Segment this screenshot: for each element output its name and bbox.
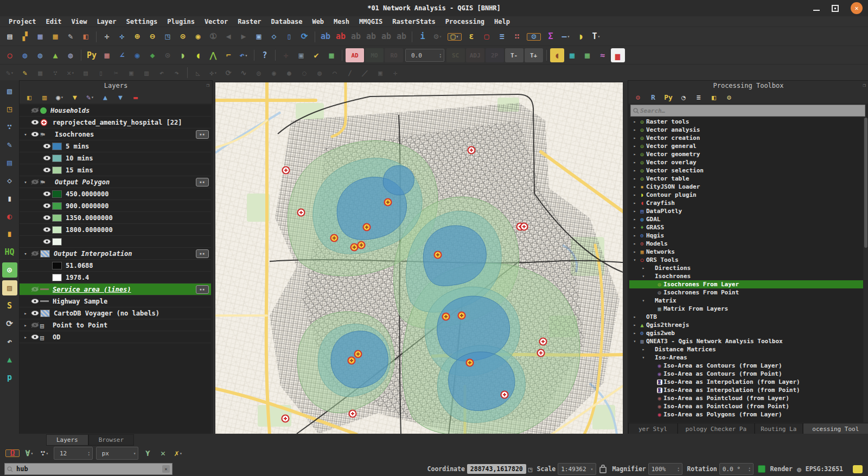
processing-item-gdal[interactable]: ▸◍GDAL: [629, 215, 863, 223]
tab-layers[interactable]: Layers: [46, 434, 88, 446]
leaf-plugin-button[interactable]: ◗: [176, 48, 190, 62]
delete-part-button[interactable]: ◍: [312, 66, 327, 80]
expander-icon[interactable]: ▸: [22, 335, 29, 340]
sum-line-length-button[interactable]: Σ: [544, 30, 558, 44]
history-button[interactable]: ◔: [676, 91, 691, 103]
current-edits-button[interactable]: ✎▾: [3, 66, 17, 80]
contour-plugin-button[interactable]: ◖: [191, 48, 205, 62]
processing-item-vector-geometry[interactable]: ▸◎Vector geometry: [629, 150, 863, 158]
expander-icon[interactable]: ▸: [631, 144, 638, 149]
expander-icon[interactable]: ▸: [631, 217, 638, 222]
trace-digitizing-button[interactable]: ✗▾: [171, 446, 185, 460]
eye-visible-icon[interactable]: [43, 167, 51, 173]
processing-item-matrix-from-layers[interactable]: ▦Matrix From Layers: [629, 305, 863, 313]
identify-features-button[interactable]: i: [416, 30, 430, 44]
processing-item-iso-area-as-interpolation-from-point[interactable]: ◙Iso-Area as Interpolation (from Point): [629, 386, 863, 394]
processing-item-crayfish[interactable]: ▸◖Crayfish: [629, 199, 863, 207]
vertex-tool-button[interactable]: ✕▾: [63, 66, 78, 80]
pan-to-selection-button[interactable]: ✜: [115, 30, 129, 44]
eye-visible-icon[interactable]: [43, 203, 51, 209]
messages-icon[interactable]: [853, 465, 863, 473]
processing-item-iso-area-as-contours-from-point[interactable]: ◉Iso-Area as Contours (from Point): [629, 370, 863, 378]
refresh-map-button[interactable]: ⟳: [297, 30, 311, 44]
eye-box[interactable]: [29, 107, 40, 113]
processing-item-vector-table[interactable]: ▸◎Vector table: [629, 175, 863, 183]
menu-settings[interactable]: Settings: [122, 17, 162, 26]
processing-item-directions[interactable]: ▸Directions: [629, 264, 863, 272]
data-source-manager-button[interactable]: ▧: [2, 83, 17, 99]
scale-combo[interactable]: 1:49362 ▾: [558, 463, 596, 475]
expander-icon[interactable]: ▾: [640, 355, 647, 360]
sld4raster-button[interactable]: ▦: [565, 48, 579, 62]
topological-editing-button[interactable]: ⋎: [141, 446, 155, 460]
eye-hidden-icon[interactable]: [31, 179, 39, 185]
profile-plot-button[interactable]: ≈: [596, 48, 610, 62]
magnifier-spin[interactable]: 100% ▴▾: [648, 463, 683, 475]
expander-icon[interactable]: ▸: [22, 323, 29, 328]
menu-mmqgis[interactable]: MMQGIS: [355, 17, 387, 26]
layer-item-900-0000000[interactable]: 900.0000000: [20, 200, 211, 212]
profile-tool-button[interactable]: ⋀: [206, 48, 220, 62]
expander-icon[interactable]: ▾: [22, 179, 29, 185]
paste-features-button[interactable]: ▥: [139, 66, 154, 80]
redo-button[interactable]: ↷: [170, 66, 184, 80]
processing-item-qgis2web[interactable]: ▸⚙qgis2web: [629, 329, 863, 337]
render-checkbox[interactable]: [758, 465, 765, 473]
processing-item-iso-area-as-interpolation-from-layer[interactable]: ◙Iso-Area as Interpolation (from Layer): [629, 378, 863, 386]
memory-layer-indicator-icon[interactable]: ▪▪: [196, 249, 209, 258]
text-smaller-button[interactable]: T-: [505, 48, 524, 62]
python-scripts-button[interactable]: Py: [661, 91, 675, 103]
eye-visible-icon[interactable]: [43, 191, 51, 197]
cad-ro-button[interactable]: RO: [385, 48, 403, 62]
fill-ring-button[interactable]: ●: [282, 66, 296, 80]
snapping-units-combo[interactable]: px▾: [96, 447, 139, 460]
dataplotly-button[interactable]: ▦: [100, 48, 114, 62]
filter-legend-button[interactable]: ▼: [68, 91, 82, 103]
snapping-type-button[interactable]: ∵▾: [37, 446, 52, 460]
layer-item-5-mins[interactable]: 5 mins: [20, 140, 211, 152]
eye-box[interactable]: [29, 298, 40, 304]
zoom-to-layer-button[interactable]: ⊙: [176, 30, 190, 44]
hqgis-plugin-button[interactable]: HQ: [2, 245, 17, 260]
expander-icon[interactable]: ▸: [631, 192, 638, 197]
r-scripts-button[interactable]: R: [646, 91, 660, 103]
eye-visible-icon[interactable]: [31, 131, 39, 137]
menu-help[interactable]: Help: [490, 17, 514, 26]
eye-visible-icon[interactable]: [31, 119, 39, 125]
layer-item-output-interpolation[interactable]: ▾Output Interpolation▪▪: [20, 248, 211, 260]
eye-box[interactable]: [29, 131, 40, 137]
menu-project[interactable]: Project: [4, 17, 41, 26]
menu-edit[interactable]: Edit: [42, 17, 66, 26]
save-layer-edits-button[interactable]: ▦: [33, 66, 47, 80]
extents-icon[interactable]: ◳: [528, 465, 533, 473]
menu-plugins[interactable]: Plugins: [163, 17, 199, 26]
p-circle-plugin-button[interactable]: p: [2, 370, 17, 385]
layer-item-highway-sample[interactable]: Highway Sample: [20, 295, 211, 307]
add-database-layer-button[interactable]: ▮: [2, 191, 17, 206]
spin-arrows-icon[interactable]: ▴▾: [749, 466, 751, 472]
append-features-button[interactable]: ▦: [580, 48, 595, 62]
expander-icon[interactable]: ▸: [631, 176, 638, 181]
edit-features-in-place-button[interactable]: ◧: [707, 91, 721, 103]
eye-box[interactable]: [29, 310, 40, 316]
qgis2threejs-button[interactable]: ▲: [48, 48, 62, 62]
osm-place-search-button[interactable]: ◍: [63, 48, 78, 62]
rotation-spin[interactable]: 0.0 ° ▴▾: [719, 463, 754, 475]
eye-visible-icon[interactable]: [43, 227, 51, 233]
processing-item-matrix[interactable]: ▾Matrix: [629, 297, 863, 305]
python-console-button[interactable]: Py: [85, 48, 99, 62]
eye-box[interactable]: [41, 239, 52, 245]
simplify-feature-button[interactable]: ∿: [237, 66, 251, 80]
processing-item-qgis2threejs[interactable]: ▸▲Qgis2threejs: [629, 321, 863, 329]
build-tool-button[interactable]: ⌐: [221, 48, 235, 62]
add-virtual-layer-button[interactable]: ◇: [2, 173, 17, 188]
run-feature-action-button[interactable]: ⚙▾: [431, 30, 445, 44]
eye-box[interactable]: [41, 143, 52, 149]
eye-visible-icon[interactable]: [31, 310, 39, 316]
search-geonode-button[interactable]: ◍: [33, 48, 47, 62]
make-plot-button[interactable]: ∠: [115, 48, 129, 62]
expander-icon[interactable]: ▾: [22, 251, 29, 256]
rotate-label-button[interactable]: ab: [379, 30, 393, 44]
expander-icon[interactable]: ▸: [22, 311, 29, 316]
crs-value[interactable]: EPSG:32651: [806, 465, 843, 473]
